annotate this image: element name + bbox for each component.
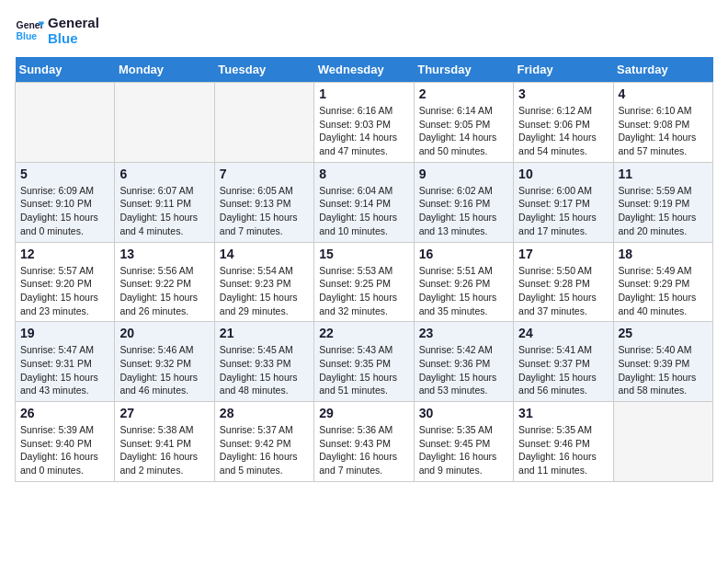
day-info: Sunrise: 6:05 AM Sunset: 9:13 PM Dayligh… xyxy=(220,184,309,238)
day-info: Sunrise: 5:47 AM Sunset: 9:31 PM Dayligh… xyxy=(20,343,109,397)
calendar-cell: 27Sunrise: 5:38 AM Sunset: 9:41 PM Dayli… xyxy=(115,402,214,482)
calendar-week-row: 19Sunrise: 5:47 AM Sunset: 9:31 PM Dayli… xyxy=(16,322,713,402)
calendar-cell: 23Sunrise: 5:42 AM Sunset: 9:36 PM Dayli… xyxy=(414,322,513,402)
day-info: Sunrise: 6:09 AM Sunset: 9:10 PM Dayligh… xyxy=(20,184,109,238)
calendar-cell: 1Sunrise: 6:16 AM Sunset: 9:03 PM Daylig… xyxy=(314,83,414,163)
day-info: Sunrise: 5:37 AM Sunset: 9:42 PM Dayligh… xyxy=(220,423,309,477)
day-number: 5 xyxy=(20,167,109,181)
day-info: Sunrise: 6:04 AM Sunset: 9:14 PM Dayligh… xyxy=(319,184,408,238)
day-number: 8 xyxy=(319,167,408,181)
day-number: 25 xyxy=(619,326,708,340)
day-info: Sunrise: 6:02 AM Sunset: 9:16 PM Dayligh… xyxy=(419,184,508,238)
day-number: 19 xyxy=(20,326,109,340)
calendar-cell: 21Sunrise: 5:45 AM Sunset: 9:33 PM Dayli… xyxy=(214,322,313,402)
calendar-cell: 6Sunrise: 6:07 AM Sunset: 9:11 PM Daylig… xyxy=(115,162,214,242)
calendar-cell: 17Sunrise: 5:50 AM Sunset: 9:28 PM Dayli… xyxy=(514,242,613,322)
day-number: 12 xyxy=(20,247,109,261)
day-number: 3 xyxy=(518,86,608,101)
day-number: 6 xyxy=(119,167,209,181)
calendar-cell xyxy=(613,402,712,482)
day-info: Sunrise: 5:42 AM Sunset: 9:36 PM Dayligh… xyxy=(419,343,508,397)
calendar-cell: 9Sunrise: 6:02 AM Sunset: 9:16 PM Daylig… xyxy=(414,162,513,242)
day-info: Sunrise: 5:40 AM Sunset: 9:39 PM Dayligh… xyxy=(619,343,708,397)
calendar-cell: 29Sunrise: 5:36 AM Sunset: 9:43 PM Dayli… xyxy=(314,402,414,482)
calendar-cell: 10Sunrise: 6:00 AM Sunset: 9:17 PM Dayli… xyxy=(514,162,613,242)
day-number: 21 xyxy=(220,326,309,340)
calendar-cell: 13Sunrise: 5:56 AM Sunset: 9:22 PM Dayli… xyxy=(115,242,214,322)
day-number: 2 xyxy=(419,86,508,101)
logo-line2: Blue xyxy=(48,30,99,46)
weekday-header-sunday: Sunday xyxy=(16,57,115,83)
day-info: Sunrise: 5:46 AM Sunset: 9:32 PM Dayligh… xyxy=(119,343,209,397)
day-number: 1 xyxy=(319,86,408,101)
calendar-cell: 22Sunrise: 5:43 AM Sunset: 9:35 PM Dayli… xyxy=(314,322,414,402)
weekday-header-friday: Friday xyxy=(514,57,613,83)
svg-text:Blue: Blue xyxy=(17,31,38,41)
day-number: 23 xyxy=(419,326,508,340)
day-info: Sunrise: 5:54 AM Sunset: 9:23 PM Dayligh… xyxy=(220,264,309,318)
calendar-cell: 26Sunrise: 5:39 AM Sunset: 9:40 PM Dayli… xyxy=(16,402,115,482)
day-info: Sunrise: 5:53 AM Sunset: 9:25 PM Dayligh… xyxy=(319,264,408,318)
day-info: Sunrise: 6:12 AM Sunset: 9:06 PM Dayligh… xyxy=(518,104,608,158)
calendar-cell: 3Sunrise: 6:12 AM Sunset: 9:06 PM Daylig… xyxy=(514,83,613,163)
day-number: 18 xyxy=(619,247,708,261)
page-header: General Blue General Blue xyxy=(15,15,713,46)
day-info: Sunrise: 5:51 AM Sunset: 9:26 PM Dayligh… xyxy=(419,264,508,318)
calendar-week-row: 5Sunrise: 6:09 AM Sunset: 9:10 PM Daylig… xyxy=(16,162,713,242)
day-number: 20 xyxy=(119,326,209,340)
calendar-cell: 20Sunrise: 5:46 AM Sunset: 9:32 PM Dayli… xyxy=(115,322,214,402)
logo-line1: General xyxy=(48,15,99,30)
calendar-cell: 25Sunrise: 5:40 AM Sunset: 9:39 PM Dayli… xyxy=(613,322,712,402)
calendar-table: SundayMondayTuesdayWednesdayThursdayFrid… xyxy=(15,57,713,482)
calendar-cell: 2Sunrise: 6:14 AM Sunset: 9:05 PM Daylig… xyxy=(414,83,513,163)
calendar-cell: 28Sunrise: 5:37 AM Sunset: 9:42 PM Dayli… xyxy=(214,402,313,482)
logo-icon: General Blue xyxy=(15,16,44,45)
calendar-cell xyxy=(16,83,115,163)
day-number: 26 xyxy=(20,406,109,420)
calendar-cell: 11Sunrise: 5:59 AM Sunset: 9:19 PM Dayli… xyxy=(613,162,712,242)
calendar-cell: 24Sunrise: 5:41 AM Sunset: 9:37 PM Dayli… xyxy=(514,322,613,402)
day-number: 4 xyxy=(619,86,708,101)
day-number: 13 xyxy=(119,247,209,261)
day-info: Sunrise: 6:10 AM Sunset: 9:08 PM Dayligh… xyxy=(619,104,708,158)
day-info: Sunrise: 5:50 AM Sunset: 9:28 PM Dayligh… xyxy=(518,264,608,318)
calendar-week-row: 26Sunrise: 5:39 AM Sunset: 9:40 PM Dayli… xyxy=(16,402,713,482)
day-number: 28 xyxy=(220,406,309,420)
day-info: Sunrise: 6:14 AM Sunset: 9:05 PM Dayligh… xyxy=(419,104,508,158)
calendar-cell: 19Sunrise: 5:47 AM Sunset: 9:31 PM Dayli… xyxy=(16,322,115,402)
day-number: 16 xyxy=(419,247,508,261)
day-number: 17 xyxy=(518,247,608,261)
day-number: 29 xyxy=(319,406,408,420)
day-number: 24 xyxy=(518,326,608,340)
calendar-cell: 15Sunrise: 5:53 AM Sunset: 9:25 PM Dayli… xyxy=(314,242,414,322)
weekday-header-row: SundayMondayTuesdayWednesdayThursdayFrid… xyxy=(16,57,713,83)
calendar-cell: 14Sunrise: 5:54 AM Sunset: 9:23 PM Dayli… xyxy=(214,242,313,322)
day-info: Sunrise: 5:39 AM Sunset: 9:40 PM Dayligh… xyxy=(20,423,109,477)
calendar-week-row: 12Sunrise: 5:57 AM Sunset: 9:20 PM Dayli… xyxy=(16,242,713,322)
day-info: Sunrise: 5:57 AM Sunset: 9:20 PM Dayligh… xyxy=(20,264,109,318)
day-info: Sunrise: 6:16 AM Sunset: 9:03 PM Dayligh… xyxy=(319,104,408,158)
weekday-header-monday: Monday xyxy=(115,57,214,83)
day-info: Sunrise: 5:56 AM Sunset: 9:22 PM Dayligh… xyxy=(119,264,209,318)
calendar-cell: 12Sunrise: 5:57 AM Sunset: 9:20 PM Dayli… xyxy=(16,242,115,322)
day-info: Sunrise: 6:07 AM Sunset: 9:11 PM Dayligh… xyxy=(119,184,209,238)
calendar-cell: 4Sunrise: 6:10 AM Sunset: 9:08 PM Daylig… xyxy=(613,83,712,163)
day-number: 22 xyxy=(319,326,408,340)
day-info: Sunrise: 5:49 AM Sunset: 9:29 PM Dayligh… xyxy=(619,264,708,318)
day-info: Sunrise: 5:45 AM Sunset: 9:33 PM Dayligh… xyxy=(220,343,309,397)
calendar-cell: 8Sunrise: 6:04 AM Sunset: 9:14 PM Daylig… xyxy=(314,162,414,242)
weekday-header-tuesday: Tuesday xyxy=(214,57,313,83)
logo: General Blue General Blue xyxy=(15,15,99,46)
day-number: 10 xyxy=(518,167,608,181)
weekday-header-wednesday: Wednesday xyxy=(314,57,414,83)
day-number: 30 xyxy=(419,406,508,420)
calendar-cell: 5Sunrise: 6:09 AM Sunset: 9:10 PM Daylig… xyxy=(16,162,115,242)
calendar-cell: 30Sunrise: 5:35 AM Sunset: 9:45 PM Dayli… xyxy=(414,402,513,482)
day-number: 7 xyxy=(220,167,309,181)
calendar-cell: 7Sunrise: 6:05 AM Sunset: 9:13 PM Daylig… xyxy=(214,162,313,242)
day-info: Sunrise: 5:35 AM Sunset: 9:45 PM Dayligh… xyxy=(419,423,508,477)
day-info: Sunrise: 5:38 AM Sunset: 9:41 PM Dayligh… xyxy=(119,423,209,477)
day-info: Sunrise: 5:35 AM Sunset: 9:46 PM Dayligh… xyxy=(518,423,608,477)
calendar-cell: 31Sunrise: 5:35 AM Sunset: 9:46 PM Dayli… xyxy=(514,402,613,482)
day-info: Sunrise: 6:00 AM Sunset: 9:17 PM Dayligh… xyxy=(518,184,608,238)
